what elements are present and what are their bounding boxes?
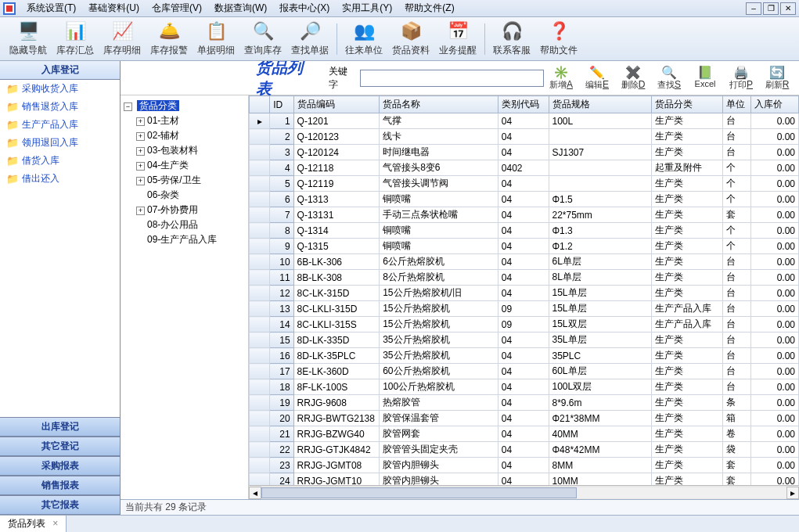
tool-联系客服[interactable]: 🎧联系客服 bbox=[488, 19, 535, 59]
tool-查找单据[interactable]: 🔎查找单据 bbox=[286, 19, 333, 59]
table-row[interactable]: 23RRJG-JGMT08胶管内胆铆头048MM生产类套0.00 bbox=[250, 458, 799, 473]
col-2[interactable]: 货品名称 bbox=[380, 96, 498, 113]
tool-单据明细[interactable]: 📋单据明细 bbox=[193, 19, 239, 59]
category-tree[interactable]: − 货品分类 +01-主材+02-辅材+03-包装材料+04-生产类+05-劳保… bbox=[121, 95, 249, 499]
tree-node-5[interactable]: 06-杂类 bbox=[136, 188, 245, 203]
col-0[interactable]: ID bbox=[270, 96, 293, 113]
tree-expand-icon[interactable]: + bbox=[136, 162, 145, 171]
cell: 23 bbox=[270, 458, 293, 473]
nav-link-5[interactable]: 📁借出还入 bbox=[0, 170, 120, 188]
table-row[interactable]: 5Q-12119气管接头调节阀04生产类个0.00 bbox=[250, 176, 799, 192]
tree-node-6[interactable]: +07-外协费用 bbox=[136, 203, 245, 217]
menu-5[interactable]: 实用工具(Y) bbox=[336, 0, 398, 16]
action-刷新[interactable]: 🔄刷新R bbox=[760, 63, 794, 93]
table-row[interactable]: 4Q-12118气管接头8变60402起重及附件个0.00 bbox=[250, 160, 799, 176]
table-row[interactable]: 7Q-13131手动三点条状枪嘴0422*75mm生产类套0.00 bbox=[250, 207, 799, 223]
nav-section-4[interactable]: 其它报表 bbox=[0, 495, 120, 515]
minimize-button[interactable]: – bbox=[746, 2, 761, 15]
table-row[interactable]: 168D-LK-35PLC35公斤热熔胶机0435PLC生产类台0.00 bbox=[250, 348, 799, 364]
table-row[interactable]: 106B-LK-3066公斤热熔胶机046L单层生产类台0.00 bbox=[250, 254, 799, 270]
table-row[interactable]: 128C-LK-315D15公斤热熔胶机/旧0415L单层生产类台0.00 bbox=[250, 286, 799, 301]
tree-collapse-icon[interactable]: − bbox=[124, 102, 132, 111]
menu-1[interactable]: 基础资料(U) bbox=[82, 0, 146, 16]
tree-node-2[interactable]: +03-包装材料 bbox=[136, 143, 245, 158]
action-编辑[interactable]: ✏️编辑E bbox=[580, 63, 614, 93]
horizontal-scrollbar[interactable]: ◂ ▸ bbox=[249, 485, 799, 499]
tree-node-3[interactable]: +04-生产类 bbox=[136, 158, 245, 173]
table-row[interactable]: 188F-LK-100S100公斤热熔胶机04100L双层生产类台0.00 bbox=[250, 379, 799, 395]
menu-0[interactable]: 系统设置(T) bbox=[20, 0, 82, 16]
nav-link-4[interactable]: 📁借货入库 bbox=[0, 152, 120, 170]
nav-link-0[interactable]: 📁采购收货入库 bbox=[0, 80, 120, 98]
table-row[interactable]: 20RRJG-BWTG2138胶管保温套管04Φ21*38MM生产类箱0.00 bbox=[250, 411, 799, 426]
scroll-left-icon[interactable]: ◂ bbox=[249, 487, 261, 499]
nav-link-2[interactable]: 📁生产产品入库 bbox=[0, 116, 120, 134]
table-row[interactable]: 24RRJG-JGMT10胶管内胆铆头0410MM生产类套0.00 bbox=[250, 473, 799, 486]
tree-expand-icon[interactable]: + bbox=[136, 117, 145, 126]
col-1[interactable]: 货品编码 bbox=[293, 96, 380, 113]
table-row[interactable]: 21RRJG-BZWG40胶管网套0440MM生产类卷0.00 bbox=[250, 426, 799, 442]
product-grid[interactable]: ID货品编码货品名称类别代码货品规格货品分类单位入库价 ▸1Q-1201气撑04… bbox=[249, 95, 799, 485]
col-4[interactable]: 货品规格 bbox=[549, 96, 651, 113]
tool-库存报警[interactable]: 🛎️库存报警 bbox=[146, 19, 193, 59]
restore-button[interactable]: ❐ bbox=[763, 2, 779, 15]
tree-expand-icon[interactable]: + bbox=[136, 207, 145, 215]
tree-node-0[interactable]: +01-主材 bbox=[136, 113, 245, 128]
table-row[interactable]: 6Q-1313铜喷嘴04Φ1.5生产类个0.00 bbox=[250, 192, 799, 207]
tree-node-4[interactable]: +05-劳保/卫生 bbox=[136, 173, 245, 188]
tree-root[interactable]: 货品分类 bbox=[137, 100, 179, 111]
table-row[interactable]: 8Q-1314铜喷嘴04Φ1.3生产类个0.00 bbox=[250, 223, 799, 239]
table-row[interactable]: 9Q-1315铜喷嘴04Φ1.2生产类个0.00 bbox=[250, 239, 799, 254]
tree-node-8[interactable]: 09-生产产品入库 bbox=[136, 232, 245, 247]
tab-product-list[interactable]: 货品列表 × bbox=[0, 516, 67, 532]
table-row[interactable]: 158D-LK-335D35公斤热熔胶机0435L单层生产类台0.00 bbox=[250, 332, 799, 348]
table-row[interactable]: 3Q-120124时间继电器04SJ1307生产类台0.00 bbox=[250, 145, 799, 160]
tool-查询库存[interactable]: 🔍查询库存 bbox=[239, 19, 286, 59]
tool-库存明细[interactable]: 📈库存明细 bbox=[99, 19, 146, 59]
menu-3[interactable]: 数据查询(W) bbox=[208, 0, 273, 16]
nav-section-0[interactable]: 出库登记 bbox=[0, 417, 120, 437]
table-row[interactable]: 178E-LK-360D60公斤热熔胶机0460L单层生产类台0.00 bbox=[250, 364, 799, 379]
table-row[interactable]: 19RRJG-9608热熔胶管048*9.6m生产类条0.00 bbox=[250, 395, 799, 411]
menu-2[interactable]: 仓库管理(V) bbox=[146, 0, 208, 16]
tree-node-1[interactable]: +02-辅材 bbox=[136, 128, 245, 143]
tool-库存汇总[interactable]: 📊库存汇总 bbox=[52, 19, 99, 59]
action-查找[interactable]: 🔍查找S bbox=[652, 63, 686, 93]
tool-隐藏导航[interactable]: 🖥️隐藏导航 bbox=[5, 19, 52, 59]
col-6[interactable]: 单位 bbox=[722, 96, 750, 113]
col-7[interactable]: 入库价 bbox=[751, 96, 799, 113]
action-删除[interactable]: ✖️删除D bbox=[616, 63, 650, 93]
cell: 箱 bbox=[722, 411, 750, 426]
table-row[interactable]: 118B-LK-3088公斤热熔胶机048L单层生产类台0.00 bbox=[250, 270, 799, 286]
tree-expand-icon[interactable]: + bbox=[136, 177, 145, 185]
nav-section-1[interactable]: 其它登记 bbox=[0, 437, 120, 456]
tool-货品资料[interactable]: 📦货品资料 bbox=[387, 19, 434, 59]
tree-expand-icon[interactable]: + bbox=[136, 132, 145, 141]
nav-link-1[interactable]: 📁销售退货入库 bbox=[0, 98, 120, 116]
action-打印[interactable]: 🖨️打印P bbox=[724, 63, 758, 93]
tool-往来单位[interactable]: 👥往来单位 bbox=[340, 19, 387, 59]
nav-section-3[interactable]: 销售报表 bbox=[0, 476, 120, 495]
tab-close-icon[interactable]: × bbox=[52, 518, 58, 529]
menu-4[interactable]: 报表中心(X) bbox=[273, 0, 336, 16]
action-Excel[interactable]: 📗Excel bbox=[688, 63, 722, 93]
keyword-input[interactable] bbox=[360, 70, 544, 87]
table-row[interactable]: 148C-LKLI-315S15公斤热熔胶机0915L双层生产产品入库台0.00 bbox=[250, 317, 799, 332]
tree-expand-icon[interactable]: + bbox=[136, 147, 145, 156]
table-row[interactable]: ▸1Q-1201气撑04100L生产类台0.00 bbox=[250, 113, 799, 129]
col-5[interactable]: 货品分类 bbox=[651, 96, 722, 113]
action-新增[interactable]: ✳️新增A bbox=[544, 63, 578, 93]
tool-帮助文件[interactable]: ❓帮助文件 bbox=[535, 19, 582, 59]
col-3[interactable]: 类别代码 bbox=[498, 96, 549, 113]
table-row[interactable]: 22RRJG-GTJK4842胶管管头固定夹壳04Φ48*42MM生产类袋0.0… bbox=[250, 442, 799, 458]
nav-section-inbound[interactable]: 入库登记 bbox=[0, 61, 120, 80]
close-button[interactable]: ✕ bbox=[780, 2, 796, 15]
menu-6[interactable]: 帮助文件(Z) bbox=[398, 0, 460, 16]
tool-业务提醒[interactable]: 📅业务提醒 bbox=[434, 19, 481, 59]
nav-section-2[interactable]: 采购报表 bbox=[0, 456, 120, 476]
nav-link-3[interactable]: 📁领用退回入库 bbox=[0, 134, 120, 152]
scroll-right-icon[interactable]: ▸ bbox=[786, 487, 799, 499]
table-row[interactable]: 2Q-120123线卡04生产类台0.00 bbox=[250, 129, 799, 145]
table-row[interactable]: 138C-LKLI-315D15公斤热熔胶机0915L单层生产产品入库台0.00 bbox=[250, 301, 799, 317]
tree-node-7[interactable]: 08-办公用品 bbox=[136, 217, 245, 232]
